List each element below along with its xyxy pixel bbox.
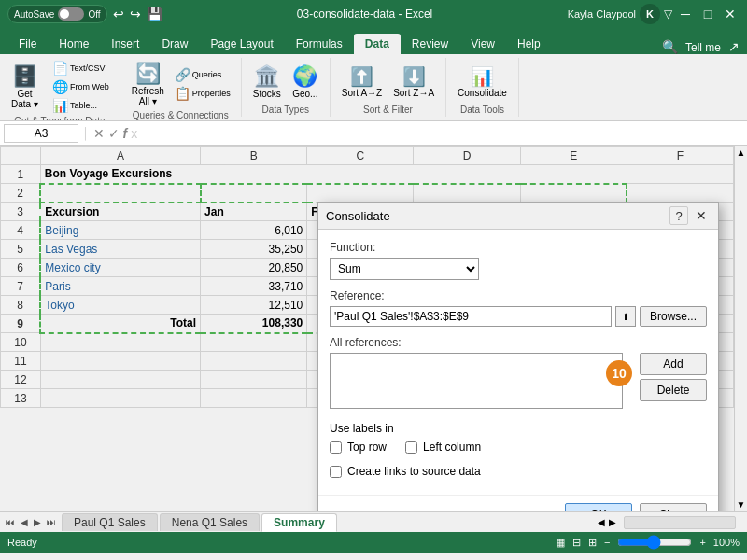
tab-data[interactable]: Data	[354, 34, 401, 54]
refresh-label: RefreshAll ▾	[132, 86, 164, 106]
reference-input[interactable]	[330, 306, 612, 327]
title-text: 03-consolidate-data - Excel	[162, 7, 568, 21]
confirm-formula-icon[interactable]: ✓	[108, 126, 120, 141]
refresh-all-button[interactable]: 🔄 RefreshAll ▾	[128, 60, 168, 108]
tab-nav-prev[interactable]: ◀	[19, 517, 30, 527]
consolidate-dialog: Consolidate ? ✕ Function: Sum Count Aver…	[317, 202, 719, 511]
cancel-button[interactable]: Close	[640, 503, 707, 511]
zoom-out-icon[interactable]: −	[604, 537, 610, 548]
tab-nav-last[interactable]: ⏭	[45, 517, 58, 527]
add-button[interactable]: Add	[640, 353, 707, 375]
table-button[interactable]: 📊Table...	[49, 97, 112, 114]
top-row-label: Top row	[347, 441, 387, 454]
dialog-titlebar: Consolidate ? ✕	[318, 203, 718, 230]
ribbon-group-get-transform: 🗄️ GetData ▾ 📄Text/CSV 🌐From Web 📊Table.…	[0, 58, 120, 117]
sheet-scroll-left[interactable]: ◀	[598, 517, 605, 527]
undo-icon[interactable]: ↩	[113, 7, 124, 21]
top-row-checkbox-row: Top row	[330, 441, 387, 454]
properties-button[interactable]: 📋Properties	[172, 85, 233, 102]
sort-za-button[interactable]: ⬇️ Sort Z→A	[389, 63, 438, 100]
share-icon[interactable]: ↗	[728, 39, 740, 54]
tab-review[interactable]: Review	[401, 34, 459, 54]
redo-icon[interactable]: ↪	[130, 7, 141, 21]
get-data-label: GetData ▾	[11, 89, 38, 109]
left-column-checkbox[interactable]	[405, 441, 417, 454]
sheet-tabs: ⏮ ◀ ▶ ⏭ Paul Q1 Sales Nena Q1 Sales Summ…	[0, 511, 747, 532]
dialog-overlay: Consolidate ? ✕ Function: Sum Count Aver…	[0, 146, 747, 511]
cancel-formula-icon[interactable]: ✕	[93, 126, 105, 141]
tab-nav-first[interactable]: ⏮	[4, 517, 17, 527]
queries-connections-button[interactable]: 🔗Queries...	[172, 66, 233, 83]
left-column-label: Left column	[423, 441, 481, 454]
ribbon-group-data-tools: 📊 Consolidate Data Tools	[446, 58, 519, 117]
dialog-close-button[interactable]: ✕	[692, 206, 711, 225]
stocks-button[interactable]: 🏛️ Stocks	[249, 63, 285, 101]
formula-separator: │	[82, 127, 90, 140]
all-references-listbox[interactable]	[330, 353, 623, 409]
stocks-label: Stocks	[253, 89, 281, 99]
view-normal-icon[interactable]: ▦	[556, 537, 565, 549]
name-box[interactable]	[4, 124, 78, 143]
zoom-slider[interactable]	[617, 535, 692, 550]
formula-bar: │ ✕ ✓ f x	[0, 121, 747, 146]
tab-draw[interactable]: Draw	[150, 34, 199, 54]
tab-formulas[interactable]: Formulas	[285, 34, 354, 54]
save-icon[interactable]: 💾	[147, 7, 162, 21]
tab-navigation: ⏮ ◀ ▶ ⏭	[4, 517, 58, 527]
sheet-scroll-right[interactable]: ▶	[609, 517, 616, 527]
sheet-tab-paul-q1[interactable]: Paul Q1 Sales	[62, 513, 158, 531]
consolidate-button[interactable]: 📊 Consolidate	[454, 63, 511, 100]
browse-button[interactable]: Browse...	[640, 306, 707, 327]
geography-icon: 🌍	[292, 64, 317, 89]
horizontal-scrollbar[interactable]	[624, 516, 736, 529]
tab-view[interactable]: View	[459, 34, 506, 54]
function-label: Function:	[330, 241, 707, 254]
collapse-reference-button[interactable]: ⬆	[615, 306, 636, 327]
function-select[interactable]: Sum Count Average	[330, 258, 479, 280]
zoom-in-icon[interactable]: +	[699, 537, 705, 548]
ribbon-tabs: File Home Insert Draw Page Layout Formul…	[0, 28, 747, 54]
refresh-icon: 🔄	[135, 62, 161, 86]
autosave-toggle[interactable]: AutoSave Off	[7, 5, 107, 23]
search-icon[interactable]: 🔍	[662, 39, 678, 54]
close-button[interactable]: ✕	[721, 5, 740, 23]
tell-me[interactable]: Tell me	[685, 41, 721, 54]
tab-file[interactable]: File	[7, 34, 48, 54]
view-page-break-icon[interactable]: ⊞	[588, 537, 597, 549]
dialog-footer: OK Close	[318, 495, 718, 511]
sort-az-icon: ⬆️	[350, 65, 374, 88]
geography-button[interactable]: 🌍 Geo...	[289, 63, 322, 101]
sheet-tab-summary[interactable]: Summary	[261, 513, 337, 532]
title-bar-left: AutoSave Off ↩ ↪ 💾	[7, 5, 162, 23]
use-labels-section: Use labels in Top row Left column	[330, 422, 707, 478]
tab-help[interactable]: Help	[506, 34, 552, 54]
sort-za-icon: ⬇️	[402, 65, 426, 88]
create-links-checkbox[interactable]	[330, 466, 342, 478]
title-bar-right: Kayla Claypool K ▽ ─ □ ✕	[568, 4, 740, 24]
minimize-button[interactable]: ─	[676, 5, 695, 23]
autosave-state: Off	[88, 9, 100, 20]
ribbon-toggle-icon[interactable]: ▽	[664, 7, 672, 21]
formula-input[interactable]	[141, 125, 743, 142]
tab-page-layout[interactable]: Page Layout	[199, 34, 284, 54]
text-csv-button[interactable]: 📄Text/CSV	[49, 60, 112, 77]
tab-insert[interactable]: Insert	[100, 34, 150, 54]
ok-button[interactable]: OK	[565, 503, 632, 511]
view-layout-icon[interactable]: ⊟	[572, 537, 581, 549]
spreadsheet-area: A B C D E F 1 Bon Voyage Excursions 2	[0, 146, 747, 511]
stocks-icon: 🏛️	[254, 64, 279, 89]
tab-nav-next[interactable]: ▶	[32, 517, 43, 527]
dialog-help-button[interactable]: ?	[669, 206, 688, 225]
sort-az-button[interactable]: ⬆️ Sort A→Z	[338, 63, 386, 100]
status-bar: Ready ▦ ⊟ ⊞ − + 100%	[0, 532, 747, 553]
geography-label: Geo...	[292, 89, 317, 99]
web-button[interactable]: 🌐From Web	[49, 78, 112, 95]
all-references-label: All references:	[330, 336, 707, 349]
tab-home[interactable]: Home	[48, 34, 100, 54]
get-data-button[interactable]: 🗄️ GetData ▾	[7, 63, 42, 111]
maximize-button[interactable]: □	[698, 5, 717, 23]
sheet-tab-nena-q1[interactable]: Nena Q1 Sales	[160, 513, 260, 531]
insert-function-icon[interactable]: f	[123, 126, 128, 141]
delete-button[interactable]: Delete	[640, 379, 707, 401]
top-row-checkbox[interactable]	[330, 441, 342, 454]
